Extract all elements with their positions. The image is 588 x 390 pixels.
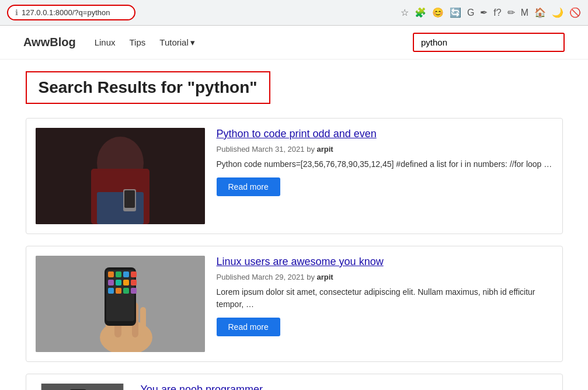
svg-rect-27 [116, 288, 121, 294]
extension-icon-8[interactable]: M [521, 8, 528, 18]
navbar: AwwBlog Linux Tips Tutorial ▾ [0, 26, 588, 60]
svg-rect-23 [116, 280, 121, 285]
search-results-heading: Search Results for "python" [26, 71, 270, 104]
extension-icon-3[interactable]: 🔄 [450, 7, 461, 18]
chevron-down-icon: ▾ [190, 37, 195, 48]
extension-icon-7[interactable]: ✏ [507, 7, 515, 18]
article-card: Python to code print odd and even Publis… [26, 118, 563, 234]
svg-rect-24 [123, 280, 129, 285]
extension-icon-4[interactable]: G [467, 8, 474, 18]
site-brand[interactable]: AwwBlog [23, 36, 76, 49]
svg-rect-17 [106, 270, 134, 321]
article-body: You are noob programmer Published March … [141, 384, 553, 390]
svg-rect-19 [116, 271, 121, 277]
nav-tips[interactable]: Tips [130, 37, 146, 47]
svg-rect-21 [131, 271, 137, 277]
article-meta: Published March 31, 2021 by arpit [217, 145, 553, 154]
extension-icon-11[interactable]: 🚫 [569, 7, 581, 18]
nav-linux[interactable]: Linux [95, 37, 116, 47]
article-meta: Published March 29, 2021 by arpit [217, 273, 553, 281]
read-more-button[interactable]: Read more [217, 318, 280, 336]
svg-rect-20 [123, 271, 129, 277]
article-title[interactable]: You are noob programmer [141, 384, 553, 390]
read-more-button[interactable]: Read more [217, 177, 280, 196]
bookmark-icon[interactable]: ☆ [401, 7, 409, 18]
browser-chrome: ℹ 127.0.0.1:8000/?q=python ☆ 🧩 😊 🔄 G ✒ f… [0, 0, 588, 26]
nav-tutorial-dropdown[interactable]: Tutorial ▾ [159, 37, 194, 48]
extension-icon-6[interactable]: f? [493, 8, 501, 18]
address-text: 127.0.0.1:8000/?q=python [22, 8, 110, 17]
article-title[interactable]: Linux users are awesome you know [217, 256, 553, 268]
article-thumbnail [36, 128, 205, 224]
extension-icon-2[interactable]: 😊 [432, 7, 444, 18]
article-body: Python to code print odd and even Publis… [217, 128, 553, 224]
article-thumbnail [36, 256, 205, 352]
svg-rect-25 [131, 280, 137, 285]
svg-rect-15 [140, 307, 146, 337]
article-title[interactable]: Python to code print odd and even [217, 128, 553, 140]
extension-icon-1[interactable]: 🧩 [415, 7, 426, 18]
article-card: Linux users are awesome you know Publish… [26, 246, 563, 362]
address-bar[interactable]: ℹ 127.0.0.1:8000/?q=python [7, 5, 135, 20]
svg-rect-28 [123, 288, 129, 294]
page-content: Search Results for "python" Python to co… [14, 71, 575, 390]
svg-rect-22 [108, 280, 114, 285]
article-excerpt: Python code numbers=[23,56,76,78,90,35,1… [217, 158, 553, 170]
info-icon: ℹ [15, 8, 18, 17]
article-card: You are noob programmer Published March … [26, 374, 563, 390]
article-thumbnail [36, 384, 129, 390]
svg-rect-29 [131, 288, 137, 294]
article-body: Linux users are awesome you know Publish… [217, 256, 553, 352]
extension-icon-10[interactable]: 🌙 [552, 7, 563, 18]
extension-icon-9[interactable]: 🏠 [534, 7, 546, 18]
extension-icon-5[interactable]: ✒ [480, 7, 488, 18]
svg-rect-18 [108, 271, 114, 277]
svg-rect-30 [41, 384, 123, 390]
svg-rect-26 [108, 288, 114, 294]
browser-toolbar: ☆ 🧩 😊 🔄 G ✒ f? ✏ M 🏠 🌙 🚫 [401, 7, 581, 18]
svg-rect-7 [36, 128, 205, 224]
article-excerpt: Lorem ipsum dolor sit amet, consectetur … [217, 286, 553, 311]
search-input[interactable] [413, 33, 565, 52]
